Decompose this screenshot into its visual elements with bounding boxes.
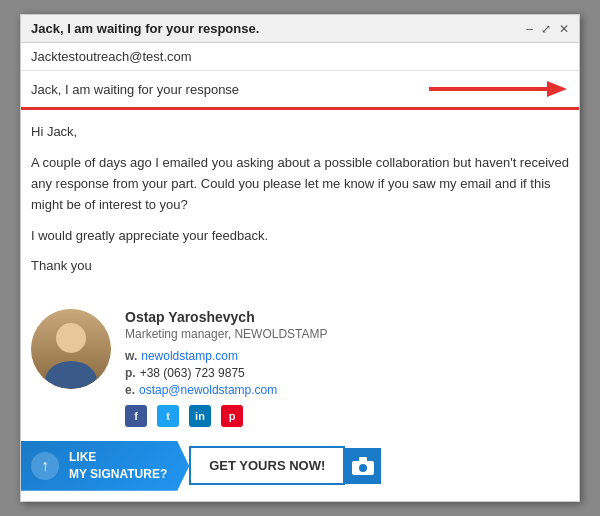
phone-number: +38 (063) 723 9875 [140, 366, 245, 380]
avatar [31, 309, 111, 389]
banner-text: LIKE MY SIGNATURE? [69, 449, 167, 483]
close-button[interactable]: ✕ [559, 22, 569, 36]
signature-info: Ostap Yaroshevych Marketing manager, NEW… [125, 309, 569, 427]
sig-phone: p.+38 (063) 723 9875 [125, 366, 569, 380]
sig-email: e.ostap@newoldstamp.com [125, 383, 569, 397]
twitter-icon[interactable]: t [157, 405, 179, 427]
like-label: LIKE [69, 449, 167, 466]
window-controls: – ⤢ ✕ [526, 22, 569, 36]
banner-blue-section: ↑ LIKE MY SIGNATURE? [21, 441, 189, 491]
email-link[interactable]: ostap@newoldstamp.com [139, 383, 277, 397]
social-icons: f t in p [125, 405, 569, 427]
facebook-icon[interactable]: f [125, 405, 147, 427]
website-link[interactable]: newoldstamp.com [141, 349, 238, 363]
svg-point-3 [359, 464, 367, 472]
body-paragraph-3: Thank you [31, 256, 569, 277]
subject-text: Jack, I am waiting for your response [31, 82, 239, 97]
banner-area: ↑ LIKE MY SIGNATURE? GET YOURS NOW! [21, 441, 579, 501]
email-body: Hi Jack, A couple of days ago I emailed … [21, 110, 579, 299]
body-paragraph-2: I would greatly appreciate your feedback… [31, 226, 569, 247]
from-row: Jacktestoutreach@test.com [21, 43, 579, 71]
titlebar: Jack, I am waiting for your response. – … [21, 15, 579, 43]
sig-website: w.newoldstamp.com [125, 349, 569, 363]
minimize-button[interactable]: – [526, 22, 533, 36]
sig-name: Ostap Yaroshevych [125, 309, 569, 325]
window-title: Jack, I am waiting for your response. [31, 21, 259, 36]
from-address: Jacktestoutreach@test.com [31, 49, 192, 64]
my-sig-label: MY SIGNATURE? [69, 466, 167, 483]
sig-title: Marketing manager, NEWOLDSTAMP [125, 327, 569, 341]
get-yours-button[interactable]: GET YOURS NOW! [189, 446, 345, 485]
svg-marker-1 [547, 81, 567, 97]
phone-label: p. [125, 366, 136, 380]
pinterest-icon[interactable]: p [221, 405, 243, 427]
maximize-button[interactable]: ⤢ [541, 22, 551, 36]
avatar-image [31, 309, 111, 389]
email-label: e. [125, 383, 135, 397]
body-paragraph-1: A couple of days ago I emailed you askin… [31, 153, 569, 215]
signature-area: Ostap Yaroshevych Marketing manager, NEW… [21, 299, 579, 427]
svg-rect-4 [359, 457, 367, 462]
website-label: w. [125, 349, 137, 363]
banner-up-arrow-icon: ↑ [31, 452, 59, 480]
camera-icon [345, 448, 381, 484]
greeting: Hi Jack, [31, 122, 569, 143]
email-window: Jack, I am waiting for your response. – … [20, 14, 580, 501]
linkedin-icon[interactable]: in [189, 405, 211, 427]
red-arrow-icon [429, 77, 569, 101]
subject-row: Jack, I am waiting for your response [21, 71, 579, 110]
